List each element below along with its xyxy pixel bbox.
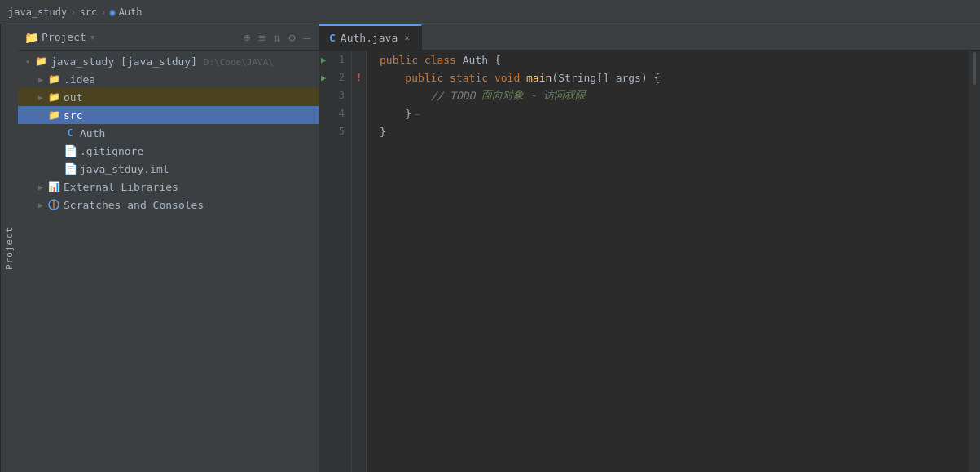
gutter-line-5: 5 bbox=[319, 122, 351, 140]
breadcrumb-sep1: › bbox=[70, 7, 76, 18]
class-name: Auth bbox=[463, 54, 488, 66]
project-panel: 📁 Project ▾ ⊕ ≡ ⇅ ⚙ — ▾ 📁 java_study [ja… bbox=[18, 24, 319, 472]
iml-icon: 📄 bbox=[64, 162, 77, 175]
editor-area: C Auth.java × ▶ 1 ▶ 2 3 bbox=[319, 24, 980, 472]
iml-label: java_stduy.iml bbox=[80, 163, 169, 175]
add-icon[interactable]: ⊕ bbox=[242, 30, 252, 45]
gutter-line-2: ▶ 2 bbox=[319, 68, 351, 86]
kw-void: void bbox=[494, 72, 520, 84]
arrow-scratches: ▶ bbox=[34, 198, 47, 211]
root-name: java_study [java_stduy] bbox=[51, 55, 197, 68]
breadcrumb-sep2: › bbox=[100, 7, 106, 18]
side-panel-label[interactable]: Project bbox=[0, 24, 18, 472]
arrow-src: ▾ bbox=[34, 108, 47, 121]
arrow-external: ▶ bbox=[34, 180, 47, 193]
tree-root-label: java_study [java_stduy] D:\Code\JAVA\ bbox=[51, 55, 274, 68]
fn-main: main bbox=[526, 72, 552, 84]
tab-java-icon: C bbox=[329, 32, 336, 44]
arrow-idea: ▶ bbox=[34, 73, 47, 86]
tree-item-external[interactable]: ▶ 📊 External Libraries bbox=[18, 178, 319, 196]
tab-bar: C Auth.java × bbox=[319, 24, 980, 51]
file-tree: ▾ 📁 java_study [java_stduy] D:\Code\JAVA… bbox=[18, 51, 319, 472]
gitignore-icon: 📄 bbox=[64, 144, 77, 157]
kw-public-2: public bbox=[405, 72, 443, 84]
comment-todo: // TODO bbox=[431, 90, 476, 102]
tree-item-idea[interactable]: ▶ 📁 .idea bbox=[18, 70, 319, 88]
tree-item-gitignore[interactable]: ▶ 📄 .gitignore bbox=[18, 142, 319, 160]
dropdown-arrow: ▾ bbox=[90, 31, 96, 43]
gutter-line-4: 4 bbox=[319, 104, 351, 122]
tree-item-src[interactable]: ▾ 📁 src bbox=[18, 106, 319, 124]
breadcrumb-src[interactable]: src bbox=[79, 7, 97, 18]
run-icon-2[interactable]: ▶ bbox=[321, 73, 327, 83]
kw-static: static bbox=[450, 72, 488, 84]
code-line-3: // TODO 面向对象 - 访问权限 bbox=[380, 86, 956, 104]
param-args: args bbox=[616, 72, 641, 84]
folder-icon: 📁 bbox=[24, 31, 38, 44]
project-icon: 📁 bbox=[34, 55, 47, 68]
folder-out-icon: 📁 bbox=[47, 90, 60, 104]
project-label: Project bbox=[42, 31, 86, 43]
java-auth-icon: C bbox=[64, 126, 77, 139]
editor-right-gutter bbox=[969, 51, 980, 472]
scratches-label: Scratches and Consoles bbox=[64, 199, 204, 211]
src-label: src bbox=[64, 109, 82, 121]
error-line-1 bbox=[352, 51, 366, 68]
line-number-gutter: ▶ 1 ▶ 2 3 4 5 bbox=[319, 51, 352, 472]
project-toolbar: 📁 Project ▾ ⊕ ≡ ⇅ ⚙ — bbox=[18, 24, 319, 51]
error-line-2[interactable]: ! bbox=[352, 68, 366, 86]
gutter-line-1: ▶ 1 bbox=[319, 51, 351, 68]
code-line-5: } bbox=[380, 122, 956, 140]
tree-item-auth[interactable]: ▶ C Auth bbox=[18, 124, 319, 142]
tab-close-button[interactable]: × bbox=[402, 33, 411, 43]
breadcrumb-file[interactable]: Auth bbox=[119, 7, 143, 18]
external-label: External Libraries bbox=[64, 181, 178, 193]
tab-auth[interactable]: C Auth.java × bbox=[319, 24, 422, 50]
error-line-3 bbox=[352, 86, 366, 104]
error-marker[interactable]: ! bbox=[356, 72, 362, 83]
code-editor[interactable]: public class Auth { public static void bbox=[367, 51, 969, 472]
toolbar-icons: ⊕ ≡ ⇅ ⚙ — bbox=[242, 30, 312, 45]
top-bar: java_study › src › ◉ Auth bbox=[0, 0, 980, 24]
folder-idea-icon: 📁 bbox=[47, 73, 60, 86]
expand-icon[interactable]: ⇅ bbox=[272, 30, 282, 45]
fold-marker-4[interactable]: – bbox=[415, 109, 420, 118]
kw-public-1: public bbox=[380, 54, 418, 66]
tree-item-root[interactable]: ▾ 📁 java_study [java_stduy] D:\Code\JAVA… bbox=[18, 52, 319, 70]
arrow-root: ▾ bbox=[21, 55, 34, 68]
auth-label: Auth bbox=[80, 127, 105, 139]
error-gutter: ! bbox=[352, 51, 367, 472]
minimize-icon[interactable]: — bbox=[302, 30, 312, 45]
type-string: String bbox=[558, 72, 596, 84]
idea-label: .idea bbox=[64, 73, 95, 86]
gitignore-label: .gitignore bbox=[80, 145, 143, 157]
settings-icon[interactable]: ⚙ bbox=[287, 30, 297, 45]
arrow-out: ▶ bbox=[34, 90, 47, 104]
tab-label: Auth.java bbox=[341, 32, 398, 44]
scroll-indicator bbox=[973, 52, 976, 85]
main-content: Project 📁 Project ▾ ⊕ ≡ ⇅ ⚙ — ▾ 📁 bbox=[0, 24, 980, 472]
folder-src-icon: 📁 bbox=[47, 108, 60, 121]
error-line-5 bbox=[352, 122, 366, 140]
breadcrumb-project[interactable]: java_study bbox=[8, 7, 67, 18]
project-title[interactable]: 📁 Project ▾ bbox=[24, 31, 96, 44]
kw-class: class bbox=[424, 54, 456, 66]
breadcrumb-icon: ◉ bbox=[109, 7, 115, 18]
editor-content: ▶ 1 ▶ 2 3 4 5 bbox=[319, 51, 980, 472]
root-suffix: D:\Code\JAVA\ bbox=[204, 57, 274, 68]
tree-item-iml[interactable]: ▶ 📄 java_stduy.iml bbox=[18, 160, 319, 178]
error-line-4 bbox=[352, 104, 366, 122]
out-label: out bbox=[64, 91, 82, 104]
code-line-4: } – bbox=[380, 104, 956, 122]
run-icon-1[interactable]: ▶ bbox=[321, 55, 327, 65]
list-icon[interactable]: ≡ bbox=[257, 30, 266, 45]
gutter-line-3: 3 bbox=[319, 86, 351, 104]
scratches-icon bbox=[47, 198, 60, 211]
breadcrumb: java_study › src › ◉ Auth bbox=[8, 7, 143, 18]
tree-item-scratches[interactable]: ▶ Scratches and Consoles bbox=[18, 196, 319, 214]
code-line-1: public class Auth { bbox=[380, 51, 956, 68]
code-line-2: public static void main ( String [] args… bbox=[380, 68, 956, 86]
external-icon: 📊 bbox=[47, 180, 60, 193]
tree-item-out[interactable]: ▶ 📁 out bbox=[18, 88, 319, 106]
